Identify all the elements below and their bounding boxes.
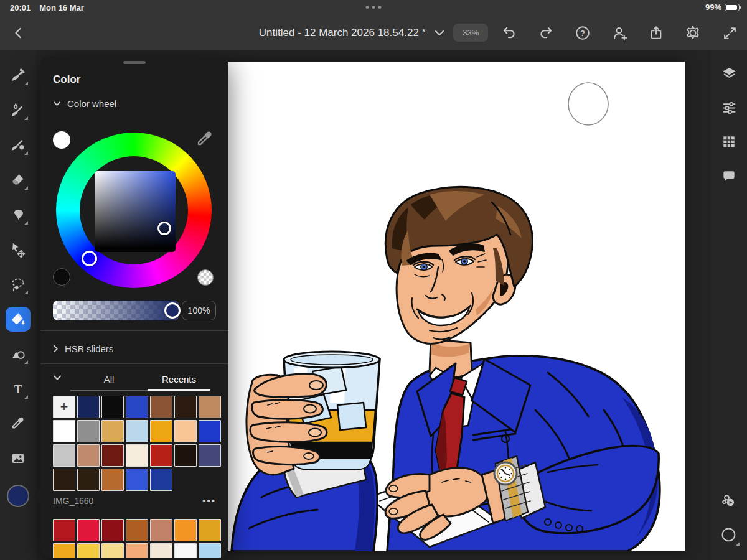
- color-swatch[interactable]: [150, 469, 172, 491]
- shapes-tool[interactable]: [6, 342, 31, 366]
- document-title[interactable]: Untitled - 12 March 2026 18.54.22 *: [259, 27, 426, 39]
- sb-selector[interactable]: [157, 222, 171, 235]
- color-swatch[interactable]: [150, 396, 172, 418]
- opacity-slider-handle[interactable]: [164, 302, 181, 319]
- date: Mon 16 Mar: [39, 3, 84, 12]
- color-swatch[interactable]: [150, 444, 172, 467]
- settings-button[interactable]: [682, 22, 704, 44]
- grid-button[interactable]: [716, 129, 741, 154]
- color-swatch[interactable]: [150, 519, 172, 541]
- color-swatch[interactable]: [150, 420, 172, 442]
- color-swatch[interactable]: [53, 519, 75, 541]
- color-swatch[interactable]: [199, 420, 221, 442]
- undo-button[interactable]: [498, 22, 520, 44]
- eyedropper-tool[interactable]: [6, 411, 31, 436]
- redo-icon: [538, 25, 554, 41]
- current-color-swatch[interactable]: [7, 485, 29, 507]
- text-tool[interactable]: T: [6, 376, 31, 401]
- fullscreen-button[interactable]: [718, 22, 741, 44]
- color-swatch[interactable]: [126, 420, 148, 442]
- palette-name: IMG_1660: [53, 496, 93, 506]
- svg-text:?: ?: [580, 29, 585, 38]
- color-wheel-section-toggle[interactable]: Color wheel: [53, 96, 116, 111]
- eyedropper-button[interactable]: [195, 129, 215, 149]
- transparent-swatch[interactable]: [197, 269, 214, 286]
- hue-selector[interactable]: [82, 251, 97, 266]
- tab-recents[interactable]: Recents: [148, 367, 210, 391]
- artwork-sketch-circle: [568, 83, 608, 125]
- color-swatch[interactable]: [101, 444, 124, 467]
- color-swatch[interactable]: [77, 543, 100, 558]
- color-swatch[interactable]: [199, 396, 221, 418]
- color-swatch[interactable]: [174, 420, 197, 442]
- comment-button[interactable]: [716, 164, 741, 189]
- color-swatch[interactable]: [199, 444, 221, 467]
- color-swatch[interactable]: [174, 396, 197, 418]
- color-swatch[interactable]: [53, 420, 75, 442]
- opacity-slider[interactable]: [53, 301, 179, 320]
- color-swatch[interactable]: [150, 543, 172, 558]
- opacity-value[interactable]: 100%: [182, 301, 216, 320]
- color-swatch[interactable]: [199, 543, 221, 558]
- drawing-canvas[interactable]: [224, 62, 685, 551]
- chevron-right-icon: [53, 345, 59, 353]
- lasso-select-tool[interactable]: [6, 272, 31, 297]
- color-swatch[interactable]: [77, 444, 100, 467]
- eraser-icon: [10, 172, 26, 188]
- multitask-dots-icon[interactable]: [366, 6, 382, 9]
- black-swatch[interactable]: [53, 268, 70, 286]
- svg-text:T: T: [14, 383, 22, 396]
- eraser-tool[interactable]: [6, 167, 31, 192]
- color-swatch[interactable]: [126, 469, 148, 491]
- adjustments-button[interactable]: [716, 95, 741, 120]
- color-swatch[interactable]: [174, 519, 197, 541]
- color-swatch[interactable]: [126, 543, 148, 558]
- saturation-brightness-square[interactable]: [95, 171, 176, 252]
- color-swatch[interactable]: [126, 396, 148, 418]
- pixel-brush-tool[interactable]: [6, 63, 31, 88]
- share-button[interactable]: [645, 22, 667, 44]
- smudge-tool[interactable]: [6, 202, 31, 227]
- color-swatch[interactable]: [101, 469, 124, 491]
- grid-icon: [721, 134, 737, 150]
- hsb-section-toggle[interactable]: HSB sliders: [53, 341, 113, 356]
- swatches-section-toggle[interactable]: [53, 375, 62, 381]
- zoom-level-button[interactable]: 33%: [453, 24, 488, 42]
- color-swatch[interactable]: [101, 396, 124, 418]
- timelapse-button[interactable]: [716, 488, 741, 513]
- layers-button[interactable]: [716, 61, 741, 86]
- color-swatch[interactable]: [53, 444, 75, 467]
- tab-all[interactable]: All: [70, 367, 148, 391]
- color-swatch[interactable]: [77, 420, 100, 442]
- add-swatch-button[interactable]: +: [53, 396, 75, 418]
- color-swatch[interactable]: [77, 519, 100, 541]
- color-swatch[interactable]: [101, 543, 124, 558]
- color-swatch[interactable]: [101, 420, 124, 442]
- vector-brush-tool[interactable]: [6, 133, 31, 157]
- chevron-down-icon[interactable]: [435, 30, 444, 36]
- color-swatch[interactable]: [126, 519, 148, 541]
- white-swatch[interactable]: [53, 131, 70, 149]
- invite-collaborator-button[interactable]: [608, 22, 631, 44]
- fill-tool-selected[interactable]: [6, 307, 31, 332]
- color-swatch[interactable]: [53, 543, 75, 558]
- color-swatch[interactable]: [174, 543, 197, 558]
- color-swatch[interactable]: [174, 444, 197, 467]
- redo-button[interactable]: [535, 22, 557, 44]
- color-swatch[interactable]: [199, 519, 221, 541]
- color-swatch[interactable]: [53, 469, 75, 491]
- move-tool[interactable]: [6, 237, 31, 262]
- panel-drag-handle[interactable]: [123, 61, 146, 64]
- brush-settings-button[interactable]: [716, 523, 741, 548]
- color-swatch[interactable]: [126, 444, 148, 467]
- panel-title: Color: [53, 73, 80, 86]
- expand-icon: [722, 26, 738, 41]
- color-swatch[interactable]: [77, 469, 100, 491]
- place-image-tool[interactable]: [6, 446, 31, 471]
- live-brush-tool[interactable]: [6, 98, 31, 123]
- more-options-button[interactable]: •••: [202, 495, 216, 506]
- add-person-icon: [611, 25, 628, 42]
- color-swatch[interactable]: [77, 396, 100, 418]
- color-swatch[interactable]: [101, 519, 124, 541]
- help-button[interactable]: ?: [571, 22, 594, 44]
